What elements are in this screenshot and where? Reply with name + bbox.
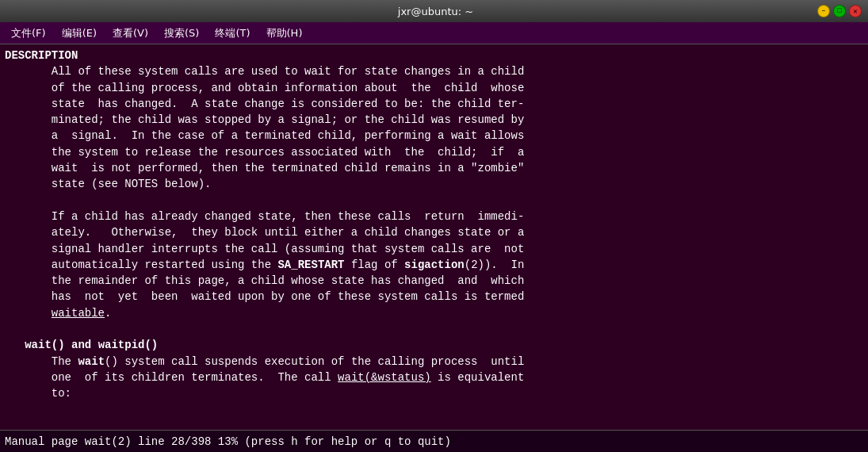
terminal-window: jxr@ubuntu: ~ – □ ✕ 文件(F) 编辑(E) 查看(V) 搜索… xyxy=(0,0,868,452)
content-line-9: If a child has already changed state, th… xyxy=(5,209,863,224)
content-blank-2 xyxy=(5,321,863,337)
content-line-15: waitable. xyxy=(5,305,863,321)
content-line-5: a signal. In the case of a terminated ch… xyxy=(5,128,863,144)
status-text: Manual page wait(2) line 28/398 13% (pre… xyxy=(5,435,451,448)
terminal-content: DESCRIPTION All of these system calls ar… xyxy=(0,44,868,430)
maximize-button[interactable]: □ xyxy=(833,5,846,17)
content-line-8: state (see NOTES below). xyxy=(5,176,863,192)
content-line-18: to: xyxy=(5,385,863,401)
title-bar: jxr@ubuntu: ~ – □ ✕ xyxy=(0,0,868,22)
content-line-6: the system to release the resources asso… xyxy=(5,144,863,160)
content-line-3: state has changed. A state change is con… xyxy=(5,96,863,112)
content-line-13: the remainder of this page, a child whos… xyxy=(5,273,863,289)
content-line-12: automatically restarted using the SA_RES… xyxy=(5,257,863,273)
menu-bar: 文件(F) 编辑(E) 查看(V) 搜索(S) 终端(T) 帮助(H) xyxy=(0,22,868,44)
status-bar: Manual page wait(2) line 28/398 13% (pre… xyxy=(0,430,868,452)
content-line-16: The wait() system call suspends executio… xyxy=(5,354,863,370)
minimize-button[interactable]: – xyxy=(817,5,830,17)
menu-file[interactable]: 文件(F) xyxy=(3,23,54,44)
menu-help[interactable]: 帮助(H) xyxy=(258,23,311,44)
content-line-4: minated; the child was stopped by a sign… xyxy=(5,112,863,128)
content-line-1: All of these system calls are used to wa… xyxy=(5,63,863,79)
content-blank-1 xyxy=(5,193,863,209)
content-line-7: wait is not performed, then the terminat… xyxy=(5,160,863,176)
content-line-11: signal handler interrupts the call (assu… xyxy=(5,241,863,257)
menu-edit[interactable]: 编辑(E) xyxy=(54,23,105,44)
description-heading: DESCRIPTION xyxy=(5,48,863,63)
menu-search[interactable]: 搜索(S) xyxy=(156,23,207,44)
content-line-17: one of its children terminates. The call… xyxy=(5,370,863,385)
content-line-14: has not yet been waited upon by one of t… xyxy=(5,289,863,305)
menu-terminal[interactable]: 终端(T) xyxy=(207,23,258,44)
close-button[interactable]: ✕ xyxy=(849,5,862,17)
window-title: jxr@ubuntu: ~ xyxy=(54,6,817,17)
menu-view[interactable]: 查看(V) xyxy=(105,23,156,44)
wait-subheading: wait() and waitpid() xyxy=(5,337,863,353)
content-line-10: ately. Otherwise, they block until eithe… xyxy=(5,224,863,240)
content-line-2: of the calling process, and obtain infor… xyxy=(5,80,863,96)
window-controls: – □ ✕ xyxy=(817,5,862,17)
